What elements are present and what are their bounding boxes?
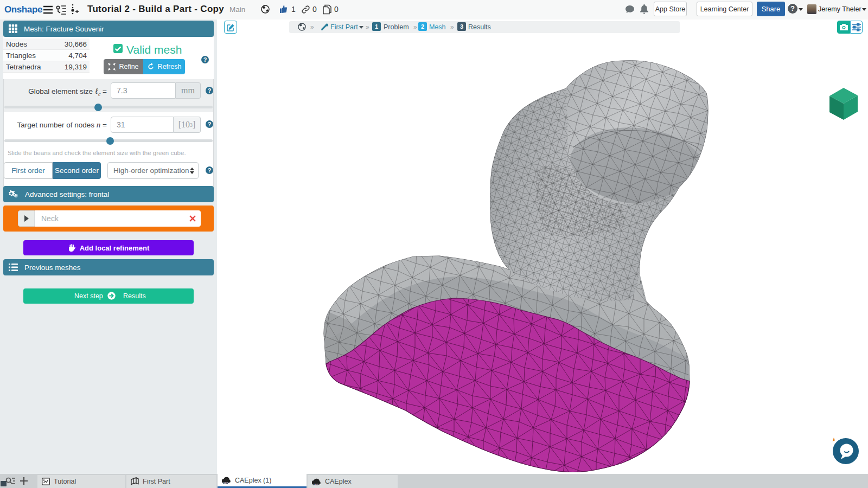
svg-text:CAEPLEX: CAEPLEX xyxy=(313,483,322,485)
svg-text:CAEPLEX: CAEPLEX xyxy=(223,482,232,484)
